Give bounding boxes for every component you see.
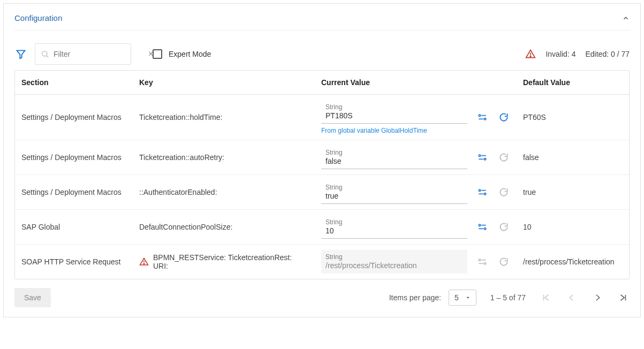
key-cell: ::AuthenticatorEnabled:: [133, 175, 315, 210]
reset-icon[interactable]: [497, 221, 510, 233]
value-input[interactable]: StringPT180S: [321, 100, 467, 124]
expert-mode-checkbox[interactable]: [153, 49, 162, 59]
search-icon: [41, 50, 49, 58]
invalid-status: Invalid: 4: [545, 50, 575, 58]
svg-point-1: [42, 51, 47, 56]
col-section[interactable]: Section: [15, 71, 133, 95]
section-cell: Settings / Deployment Macros: [15, 175, 133, 210]
value-type-label: String: [325, 149, 463, 156]
collapse-icon[interactable]: [622, 14, 630, 22]
first-page-button[interactable]: [540, 291, 552, 304]
clear-filter-icon[interactable]: ×: [148, 50, 153, 58]
svg-point-9: [479, 155, 480, 156]
value-input[interactable]: Stringfalse: [321, 146, 467, 169]
key-text: DefaultConnectionPoolSize:: [139, 223, 232, 231]
last-page-button[interactable]: [617, 291, 630, 304]
reset-icon[interactable]: [497, 255, 510, 268]
svg-point-23: [479, 259, 480, 261]
key-cell: BPMN_RESTService: TicketcreationRest: UR…: [133, 245, 315, 279]
default-value-cell: /rest/process/Ticketcreation: [517, 245, 629, 279]
col-key[interactable]: Key: [133, 71, 315, 95]
table-row: Settings / Deployment MacrosTicketcreati…: [15, 95, 629, 140]
svg-marker-27: [466, 297, 469, 299]
items-per-page-select[interactable]: 5: [449, 290, 476, 306]
svg-point-4: [531, 56, 532, 57]
col-current[interactable]: Current Value: [315, 71, 517, 95]
section-cell: SOAP HTTP Service Request: [15, 245, 133, 279]
svg-line-2: [47, 56, 48, 57]
svg-point-7: [484, 118, 486, 120]
reset-icon[interactable]: [497, 111, 510, 124]
section-cell: SAP Global: [15, 210, 133, 245]
key-text: ::AuthenticatorEnabled:: [139, 188, 217, 196]
expert-mode-label: Expert Mode: [169, 50, 211, 58]
value-input[interactable]: String10: [321, 215, 467, 239]
default-value-cell: 10: [517, 210, 629, 245]
value-text: true: [325, 192, 463, 200]
config-table: Section Key Current Value Default Value …: [15, 71, 629, 279]
table-row: Settings / Deployment MacrosTicketcreati…: [15, 140, 629, 175]
value-type-label: String: [325, 184, 463, 191]
page-range: 1 – 5 of 77: [490, 293, 526, 302]
key-text: Ticketcreation::holdTime:: [139, 113, 222, 122]
key-text: Ticketcreation::autoRetry:: [139, 153, 224, 162]
svg-point-5: [479, 115, 480, 116]
value-hint: From global variable GlobalHoldTime: [321, 127, 467, 134]
filter-input[interactable]: [52, 49, 148, 59]
warning-icon: [139, 257, 149, 267]
svg-marker-0: [17, 50, 25, 58]
current-value-cell: Stringtrue: [315, 175, 517, 210]
table-row: SOAP HTTP Service RequestBPMN_RESTServic…: [15, 245, 629, 279]
svg-point-11: [484, 158, 486, 160]
settings-icon[interactable]: [476, 255, 489, 268]
default-value-cell: PT60S: [517, 95, 629, 140]
edited-status: Edited: 0 / 77: [585, 50, 630, 58]
default-value-cell: false: [517, 140, 629, 175]
value-type-label: String: [325, 103, 463, 111]
next-page-button[interactable]: [591, 291, 604, 304]
current-value-cell: Stringfalse: [315, 140, 517, 175]
warning-icon: [525, 49, 536, 59]
col-default[interactable]: Default Value: [517, 71, 629, 95]
current-value-cell: String/rest/process/Ticketcreation: [315, 245, 517, 279]
value-text: PT180S: [325, 111, 463, 120]
items-per-page-label: Items per page:: [389, 293, 441, 302]
current-value-cell: StringPT180SFrom global variable GlobalH…: [315, 95, 517, 140]
table-row: SAP GlobalDefaultConnectionPoolSize:Stri…: [15, 210, 629, 245]
svg-point-25: [484, 263, 486, 264]
key-text: BPMN_RESTService: TicketcreationRest: UR…: [153, 253, 308, 270]
value-input: String/rest/process/Ticketcreation: [321, 250, 467, 274]
value-text: /rest/process/Ticketcreation: [325, 261, 463, 270]
chevron-down-icon: [465, 295, 471, 300]
section-cell: Settings / Deployment Macros: [15, 95, 133, 140]
reset-icon[interactable]: [497, 151, 510, 164]
svg-point-19: [484, 228, 486, 230]
svg-point-22: [143, 263, 145, 264]
panel-title: Configuration: [14, 13, 62, 22]
svg-point-13: [479, 189, 480, 191]
filter-icon[interactable]: [14, 48, 27, 60]
svg-point-17: [479, 224, 480, 226]
svg-point-15: [484, 193, 486, 195]
value-type-label: String: [325, 253, 463, 261]
settings-icon[interactable]: [476, 186, 489, 199]
current-value-cell: String10: [315, 210, 517, 245]
default-value-cell: true: [517, 175, 629, 210]
settings-icon[interactable]: [476, 151, 489, 164]
prev-page-button[interactable]: [565, 291, 578, 304]
value-type-label: String: [325, 218, 463, 226]
save-button[interactable]: Save: [14, 288, 51, 307]
table-row: Settings / Deployment Macros::Authentica…: [15, 175, 629, 210]
settings-icon[interactable]: [476, 111, 489, 124]
value-text: false: [325, 157, 463, 165]
key-cell: DefaultConnectionPoolSize:: [133, 210, 315, 245]
reset-icon[interactable]: [497, 186, 510, 199]
settings-icon[interactable]: [476, 221, 489, 233]
value-input[interactable]: Stringtrue: [321, 180, 467, 204]
key-cell: Ticketcreation::autoRetry:: [133, 140, 315, 175]
value-text: 10: [325, 226, 463, 235]
key-cell: Ticketcreation::holdTime:: [133, 95, 315, 140]
filter-input-wrap: ×: [35, 43, 131, 65]
section-cell: Settings / Deployment Macros: [15, 140, 133, 175]
